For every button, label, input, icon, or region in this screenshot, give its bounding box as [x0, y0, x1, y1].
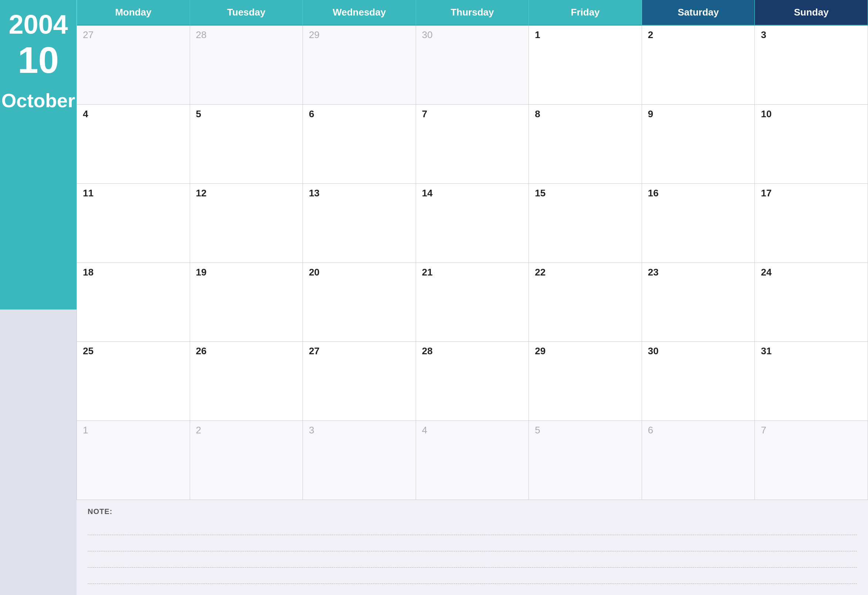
day-cell[interactable]: 28 [416, 342, 529, 421]
day-cell[interactable]: 26 [190, 342, 303, 421]
day-number: 29 [309, 30, 410, 40]
day-header-thursday: Thursday [416, 0, 529, 25]
note-label: NOTE: [88, 507, 857, 516]
day-number: 12 [196, 188, 297, 198]
day-number: 7 [422, 109, 523, 119]
day-cell[interactable]: 15 [529, 184, 642, 263]
day-cell[interactable]: 29 [303, 25, 416, 105]
day-number: 20 [309, 267, 410, 277]
day-cell[interactable]: 1 [529, 25, 642, 105]
calendar-grid: MondayTuesdayWednesdayThursdayFridaySatu… [77, 0, 868, 500]
day-cell[interactable]: 8 [529, 105, 642, 184]
note-line[interactable] [88, 551, 857, 568]
sidebar: 2004 10 October [0, 0, 77, 595]
day-number: 3 [761, 30, 862, 40]
day-number: 4 [422, 425, 523, 435]
day-cell[interactable]: 4 [77, 105, 190, 184]
day-number: 1 [83, 425, 184, 435]
day-header-friday: Friday [529, 0, 642, 25]
day-number: 21 [422, 267, 523, 277]
day-cell[interactable]: 19 [190, 263, 303, 342]
day-number: 2 [648, 30, 749, 40]
day-number: 13 [309, 188, 410, 198]
day-number: 11 [83, 188, 184, 198]
day-number: 23 [648, 267, 749, 277]
day-number: 24 [761, 267, 862, 277]
note-lines [88, 519, 857, 584]
day-cell[interactable]: 11 [77, 184, 190, 263]
day-number: 28 [422, 346, 523, 356]
note-line[interactable] [88, 568, 857, 584]
day-number: 27 [309, 346, 410, 356]
day-cell[interactable]: 18 [77, 263, 190, 342]
day-cell[interactable]: 6 [303, 105, 416, 184]
day-cell[interactable]: 20 [303, 263, 416, 342]
day-number: 16 [648, 188, 749, 198]
day-cell[interactable]: 22 [529, 263, 642, 342]
day-header-monday: Monday [77, 0, 190, 25]
day-number: 26 [196, 346, 297, 356]
day-cell[interactable]: 10 [755, 105, 868, 184]
day-cell[interactable]: 2 [642, 25, 755, 105]
day-cell[interactable]: 27 [77, 25, 190, 105]
day-cell[interactable]: 28 [190, 25, 303, 105]
day-cell[interactable]: 13 [303, 184, 416, 263]
day-cell[interactable]: 29 [529, 342, 642, 421]
day-number: 22 [535, 267, 636, 277]
day-cell[interactable]: 4 [416, 421, 529, 500]
day-number: 19 [196, 267, 297, 277]
day-number: 6 [648, 425, 749, 435]
day-number: 9 [648, 109, 749, 119]
day-number: 15 [535, 188, 636, 198]
day-cell[interactable]: 1 [77, 421, 190, 500]
day-number: 1 [535, 30, 636, 40]
day-header-saturday: Saturday [642, 0, 755, 25]
day-cell[interactable]: 2 [190, 421, 303, 500]
day-header-tuesday: Tuesday [190, 0, 303, 25]
day-cell[interactable]: 5 [529, 421, 642, 500]
calendar-area: MondayTuesdayWednesdayThursdayFridaySatu… [77, 0, 868, 595]
day-number: 10 [761, 109, 862, 119]
day-number: 14 [422, 188, 523, 198]
year-display: 2004 [9, 11, 68, 38]
day-cell[interactable]: 9 [642, 105, 755, 184]
day-cell[interactable]: 21 [416, 263, 529, 342]
day-number: 27 [83, 30, 184, 40]
day-cell[interactable]: 24 [755, 263, 868, 342]
day-cell[interactable]: 27 [303, 342, 416, 421]
day-number: 8 [535, 109, 636, 119]
day-number: 25 [83, 346, 184, 356]
note-line[interactable] [88, 535, 857, 551]
day-cell[interactable]: 14 [416, 184, 529, 263]
day-number: 7 [761, 425, 862, 435]
day-number: 5 [535, 425, 636, 435]
note-section: NOTE: [77, 500, 868, 595]
month-name-display: October [1, 90, 75, 112]
day-cell[interactable]: 6 [642, 421, 755, 500]
day-number: 5 [196, 109, 297, 119]
day-cell[interactable]: 25 [77, 342, 190, 421]
day-cell[interactable]: 7 [755, 421, 868, 500]
day-cell[interactable]: 3 [303, 421, 416, 500]
day-number: 2 [196, 425, 297, 435]
day-number: 6 [309, 109, 410, 119]
day-cell[interactable]: 16 [642, 184, 755, 263]
day-cell[interactable]: 7 [416, 105, 529, 184]
day-number: 31 [761, 346, 862, 356]
day-number: 4 [83, 109, 184, 119]
day-cell[interactable]: 31 [755, 342, 868, 421]
day-cell[interactable]: 30 [642, 342, 755, 421]
day-cell[interactable]: 30 [416, 25, 529, 105]
day-cell[interactable]: 5 [190, 105, 303, 184]
day-header-sunday: Sunday [755, 0, 868, 25]
day-number: 29 [535, 346, 636, 356]
day-cell[interactable]: 17 [755, 184, 868, 263]
day-cell[interactable]: 12 [190, 184, 303, 263]
day-header-wednesday: Wednesday [303, 0, 416, 25]
day-number: 17 [761, 188, 862, 198]
month-number-display: 10 [18, 41, 59, 78]
note-line[interactable] [88, 519, 857, 535]
day-number: 30 [648, 346, 749, 356]
day-cell[interactable]: 23 [642, 263, 755, 342]
day-cell[interactable]: 3 [755, 25, 868, 105]
